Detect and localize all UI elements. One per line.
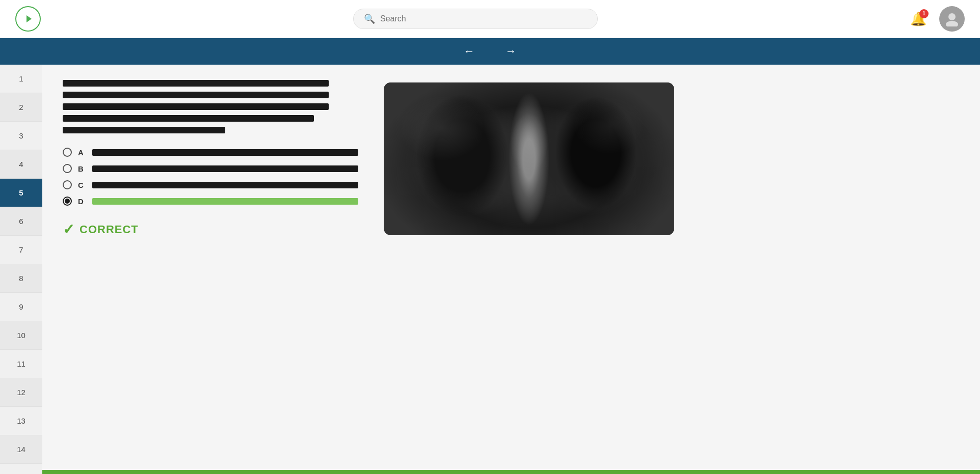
sidebar-item-7[interactable]: 7 (0, 236, 42, 264)
correct-text: CORRECT (80, 223, 139, 236)
sidebar-item-13[interactable]: 13 (0, 407, 42, 435)
sidebar-item-2[interactable]: 2 (0, 93, 42, 122)
option-a[interactable]: A (63, 148, 358, 157)
radio-d-inner (65, 199, 70, 204)
option-d[interactable]: D (63, 197, 358, 206)
radio-c[interactable] (63, 180, 72, 189)
option-a-bar (92, 149, 358, 156)
back-button[interactable]: ← (459, 42, 480, 61)
sidebar-item-15[interactable]: 15 (0, 464, 42, 474)
option-b[interactable]: B (63, 164, 358, 173)
main-layout: 1 2 3 4 5 6 7 8 9 10 11 12 13 14 15 16 (0, 65, 980, 474)
sidebar-item-14[interactable]: 14 (0, 435, 42, 464)
avatar-button[interactable] (939, 6, 965, 32)
sidebar-item-4[interactable]: 4 (0, 150, 42, 179)
xray-image (384, 82, 674, 235)
question-line-3 (63, 103, 329, 110)
option-c-label: C (78, 181, 86, 189)
question-line-2 (63, 92, 329, 98)
option-d-label: D (78, 197, 86, 206)
radio-b[interactable] (63, 164, 72, 173)
option-a-label: A (78, 148, 86, 157)
search-icon: 🔍 (364, 13, 375, 24)
svg-marker-0 (27, 15, 32, 22)
sidebar-item-3[interactable]: 3 (0, 122, 42, 150)
header-right: 🔔 1 (910, 6, 965, 32)
sidebar: 1 2 3 4 5 6 7 8 9 10 11 12 13 14 15 16 (0, 65, 42, 474)
content-area: A B C (42, 65, 980, 474)
header: 🔍 🔔 1 (0, 0, 980, 38)
sidebar-item-12[interactable]: 12 (0, 378, 42, 407)
checkmark-icon: ✓ (63, 221, 74, 238)
correct-indicator: ✓ CORRECT (63, 221, 358, 238)
option-c-bar (92, 182, 358, 188)
option-c[interactable]: C (63, 180, 358, 189)
radio-a[interactable] (63, 148, 72, 157)
sidebar-item-11[interactable]: 11 (0, 350, 42, 378)
option-b-label: B (78, 164, 86, 173)
nav-bar: ← → (0, 38, 980, 65)
sidebar-item-1[interactable]: 1 (0, 65, 42, 93)
sidebar-item-5[interactable]: 5 (0, 179, 42, 207)
notification-button[interactable]: 🔔 1 (910, 11, 926, 27)
bottom-progress-bar (42, 470, 980, 474)
question-line-1 (63, 80, 329, 87)
xray-overlay (384, 82, 674, 235)
sidebar-item-6[interactable]: 6 (0, 207, 42, 236)
question-line-5 (63, 127, 225, 133)
sidebar-item-8[interactable]: 8 (0, 264, 42, 293)
notification-badge: 1 (919, 9, 929, 18)
options-list: A B C (63, 148, 358, 206)
question-panel: A B C (63, 80, 358, 474)
forward-button[interactable]: → (500, 42, 522, 61)
search-input[interactable] (380, 14, 587, 23)
image-panel (384, 80, 960, 474)
option-b-bar (92, 165, 358, 172)
logo-button[interactable] (15, 6, 41, 32)
radio-d[interactable] (63, 197, 72, 206)
search-bar: 🔍 (353, 9, 598, 29)
svg-point-2 (946, 21, 958, 26)
option-d-bar (92, 198, 358, 205)
svg-point-1 (948, 13, 956, 20)
sidebar-item-9[interactable]: 9 (0, 293, 42, 321)
question-line-4 (63, 115, 314, 122)
question-text-block (63, 80, 358, 133)
sidebar-item-10[interactable]: 10 (0, 321, 42, 350)
